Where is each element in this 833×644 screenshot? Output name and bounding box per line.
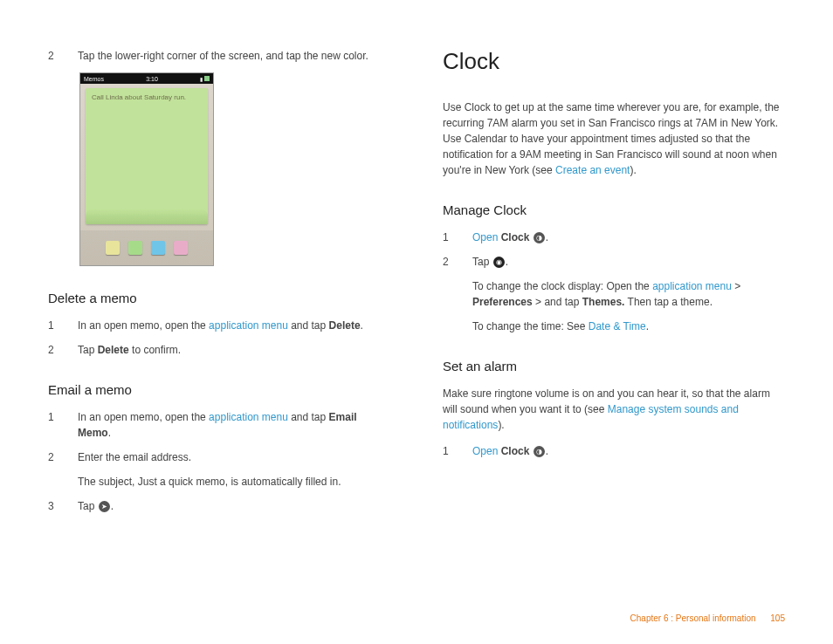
color-tray	[80, 230, 213, 265]
step-number: 2	[48, 449, 57, 465]
link-application-menu[interactable]: application menu	[652, 280, 732, 292]
color-chip-green	[128, 241, 142, 255]
bold-themes: Themes.	[582, 296, 625, 308]
step-row: 1 In an open memo, open the application …	[48, 318, 390, 333]
phone-status-bar: Memos 3:10 ▮	[80, 73, 213, 84]
heading-email-memo: Email a memo	[48, 382, 390, 397]
step-number: 1	[443, 443, 451, 459]
step-row: 3 Tap ➤.	[48, 498, 390, 514]
step-text: Tap ◉.	[472, 254, 785, 270]
page-footer: Chapter 6 : Personal information 105	[630, 613, 785, 623]
memo-note-fold	[86, 198, 208, 224]
clock-intro: Use Clock to get up at the same time whe…	[443, 99, 785, 178]
link-open[interactable]: Open	[472, 445, 498, 457]
step-subtext: To change the clock display: Open the ap…	[472, 278, 785, 310]
battery-icon	[204, 76, 210, 81]
step-number: 2	[443, 254, 451, 270]
settings-circle-icon: ◉	[493, 257, 505, 268]
color-chip-blue	[151, 241, 165, 255]
step-row: 2 Enter the email address.	[48, 449, 390, 465]
link-open[interactable]: Open	[472, 231, 498, 243]
step-number: 1	[48, 318, 57, 333]
left-column: 2 Tap the lower-right corner of the scre…	[48, 48, 390, 593]
step-row: 1 Open Clock ◑.	[443, 230, 785, 245]
step-row: 1 In an open memo, open the application …	[48, 409, 390, 441]
bold-preferences: Preferences	[472, 296, 533, 308]
step-subtext: To change the time: See Date & Time.	[472, 319, 785, 334]
step-number: 3	[48, 498, 57, 514]
heading-set-alarm: Set an alarm	[443, 359, 785, 373]
step-text: Tap Delete to confirm.	[78, 342, 390, 358]
send-icon: ➤	[99, 501, 110, 512]
color-chip-pink	[174, 241, 188, 255]
footer-chapter: Chapter 6 : Personal information	[630, 613, 756, 623]
clock-icon: ◑	[534, 232, 545, 243]
step-number: 2	[48, 48, 57, 64]
step-number: 2	[48, 342, 57, 358]
clock-icon: ◑	[534, 446, 545, 457]
step-text: Enter the email address.	[78, 449, 390, 465]
signal-icon: ▮	[200, 76, 203, 82]
step-subtext: The subject, Just a quick memo, is autom…	[78, 474, 390, 490]
step-row: 1 Open Clock ◑.	[443, 443, 785, 459]
heading-clock: Clock	[443, 48, 785, 75]
phone-screenshot: Memos 3:10 ▮ Call Linda about Saturday r…	[79, 72, 214, 266]
bold-delete: Delete	[329, 319, 361, 332]
phone-status-icons: ▮	[200, 76, 210, 82]
right-column: Clock Use Clock to get up at the same ti…	[443, 48, 785, 593]
step-text: Tap ➤.	[78, 498, 390, 514]
step-text: Tap the lower-right corner of the screen…	[78, 48, 390, 64]
memo-note-text: Call Linda about Saturday run.	[86, 88, 208, 106]
heading-manage-clock: Manage Clock	[443, 202, 785, 217]
memo-note: Call Linda about Saturday run.	[86, 88, 208, 224]
step-text: In an open memo, open the application me…	[78, 318, 390, 333]
color-chip-yellow	[106, 241, 120, 255]
heading-delete-memo: Delete a memo	[48, 291, 390, 305]
footer-page: 105	[770, 613, 785, 623]
page-columns: 2 Tap the lower-right corner of the scre…	[48, 48, 785, 593]
link-create-event[interactable]: Create an event	[555, 164, 630, 176]
step-number: 1	[443, 230, 451, 245]
phone-app-name: Memos	[84, 76, 104, 82]
step-text: Open Clock ◑.	[472, 230, 785, 245]
step-row: 2 Tap the lower-right corner of the scre…	[48, 48, 390, 64]
link-application-menu[interactable]: application menu	[209, 411, 288, 423]
step-text: In an open memo, open the application me…	[78, 409, 390, 441]
bold-clock: Clock	[501, 445, 530, 457]
step-text: Open Clock ◑.	[472, 443, 785, 459]
step-number: 1	[48, 409, 57, 441]
phone-time: 3:10	[146, 76, 158, 82]
bold-clock: Clock	[501, 231, 530, 243]
link-application-menu[interactable]: application menu	[209, 319, 288, 332]
link-date-time[interactable]: Date & Time	[589, 320, 646, 332]
bold-delete: Delete	[98, 344, 129, 356]
step-row: 2 Tap ◉.	[443, 254, 785, 270]
step-row: 2 Tap Delete to confirm.	[48, 342, 390, 358]
alarm-intro: Make sure ringtone volume is on and you …	[443, 386, 785, 433]
